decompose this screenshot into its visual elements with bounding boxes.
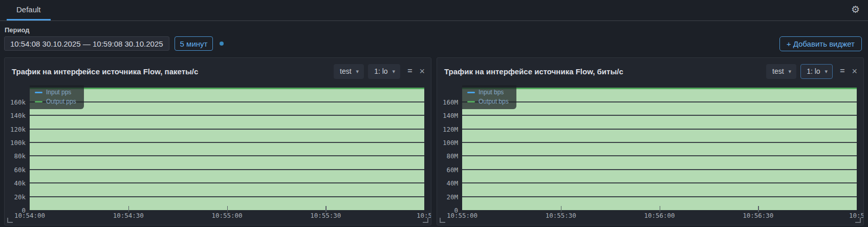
y-tick-label: 60M: [446, 166, 458, 173]
gear-icon[interactable]: ⚙: [851, 5, 860, 14]
date-range-input[interactable]: 10:54:08 30.10.2025 — 10:59:08 30.10.202…: [4, 36, 169, 51]
drag-handle-icon[interactable]: =: [840, 67, 844, 75]
close-icon[interactable]: ×: [852, 67, 857, 76]
period-controls-row: 10:54:08 30.10.2025 — 10:59:08 30.10.202…: [0, 36, 868, 51]
x-tick-label: 10:56:30: [743, 212, 773, 219]
legend-item[interactable]: Input bps: [467, 89, 509, 96]
y-tick-label: 40k: [14, 179, 26, 187]
x-tick-label: 10:55:00: [211, 212, 242, 219]
gridline: [462, 196, 857, 197]
source-dropdown[interactable]: test ▾: [334, 64, 364, 79]
legend-swatch: [35, 92, 42, 93]
y-tick-label: 100k: [10, 139, 26, 147]
y-tick-label: 20k: [14, 193, 26, 200]
legend-item[interactable]: Output pps: [35, 98, 76, 105]
gridline: [30, 129, 424, 130]
y-tick-label: 140M: [443, 112, 458, 119]
x-tick-mark: [758, 206, 759, 212]
source-dropdown[interactable]: test ▾: [766, 64, 796, 79]
gridline: [30, 169, 424, 170]
interface-dropdown[interactable]: 1: lo ▾: [800, 64, 833, 79]
y-tick-label: 40M: [446, 179, 458, 187]
y-tick-label: 140k: [10, 112, 26, 119]
gridline: [30, 115, 424, 116]
resize-handle-bottom-right[interactable]: [855, 218, 861, 223]
chart-legend: Input bpsOutput bps: [462, 85, 516, 109]
x-tick-label: 10:55:30: [310, 212, 341, 219]
quick-period-button[interactable]: 5 минут: [175, 36, 213, 51]
y-tick-label: 160k: [10, 98, 26, 106]
resize-handle-bottom-right[interactable]: [423, 218, 428, 223]
interface-dropdown[interactable]: 1: lo ▾: [368, 64, 400, 79]
gridline: [462, 101, 857, 102]
tab-default-label: Default: [16, 5, 41, 14]
widget-title: Трафик на интерфейсе источника Flow, пак…: [12, 67, 330, 76]
legend-swatch: [467, 92, 475, 93]
x-tick-label: 10:55:30: [546, 212, 576, 219]
y-tick-label: 120k: [10, 125, 26, 133]
tab-default[interactable]: Default: [7, 0, 51, 20]
legend-label: Output bps: [479, 98, 509, 105]
widget-title: Трафик на интерфейсе источника Flow, бит…: [444, 67, 762, 76]
tab-bar: Default ⚙: [0, 0, 868, 21]
x-tick-label: 10:55:00: [447, 212, 478, 219]
gridline: [462, 142, 857, 143]
y-tick-label: 160M: [443, 98, 458, 106]
resize-handle-bottom-left[interactable]: [440, 218, 445, 223]
chart-pps: Input ppsOutput pps 020k40k60k80k100k120…: [30, 85, 424, 210]
x-tick-mark: [660, 206, 661, 212]
legend-label: Output pps: [46, 98, 76, 105]
source-dropdown-value: test: [340, 67, 352, 75]
x-tick-label: 10:54:00: [14, 212, 45, 219]
gridline: [462, 129, 857, 130]
status-dot: [220, 42, 224, 46]
plot-area[interactable]: [462, 85, 857, 210]
chevron-down-icon: ▾: [789, 68, 792, 75]
add-widget-button[interactable]: + Добавить виджет: [779, 36, 862, 51]
plot-area[interactable]: [30, 85, 424, 210]
interface-dropdown-value: 1: lo: [374, 67, 387, 75]
gridline: [30, 196, 424, 197]
gridline: [462, 182, 857, 183]
legend-swatch: [467, 101, 475, 102]
x-tick-mark: [326, 206, 327, 212]
x-tick-label: 10:54:30: [113, 212, 144, 219]
legend-swatch: [35, 101, 42, 102]
legend-item[interactable]: Output bps: [467, 98, 509, 105]
gridline: [462, 169, 857, 170]
chart-legend: Input ppsOutput pps: [30, 85, 84, 109]
gridline: [30, 155, 424, 156]
area-fill: [462, 89, 857, 210]
legend-label: Input bps: [479, 89, 504, 96]
widget-header: Трафик на интерфейсе источника Flow, бит…: [437, 58, 863, 80]
legend-item[interactable]: Input pps: [35, 89, 76, 96]
resize-handle-bottom-left[interactable]: [7, 218, 13, 223]
x-tick-mark: [561, 206, 562, 212]
date-range-value: 10:54:08 30.10.2025 — 10:59:08 30.10.202…: [10, 39, 163, 48]
series-line-output-bps: [462, 88, 857, 89]
interface-dropdown-value: 1: lo: [807, 67, 820, 75]
chevron-down-icon: ▾: [393, 68, 396, 75]
gridline: [30, 182, 424, 183]
gridline: [462, 115, 857, 116]
legend-label: Input pps: [46, 89, 71, 96]
x-tick-mark: [227, 206, 228, 212]
y-tick-label: 100M: [443, 139, 458, 147]
x-tick-mark: [128, 206, 129, 212]
drag-handle-icon[interactable]: =: [407, 67, 412, 75]
y-tick-label: 20M: [446, 193, 458, 200]
widgets-row: Трафик на интерфейсе источника Flow, пак…: [0, 57, 868, 225]
y-tick-label: 60k: [14, 166, 26, 173]
source-dropdown-value: test: [772, 67, 784, 75]
y-tick-label: 80k: [14, 152, 26, 160]
close-icon[interactable]: ×: [419, 67, 425, 76]
widget-panel-pps: Трафик на интерфейсе источника Flow, пак…: [4, 57, 431, 225]
chevron-down-icon: ▾: [825, 68, 828, 75]
period-label: Период: [5, 26, 868, 34]
widget-panel-bps: Трафик на интерфейсе источника Flow, бит…: [437, 57, 864, 225]
widget-header: Трафик на интерфейсе источника Flow, пак…: [5, 58, 431, 80]
series-line-output-pps: [30, 88, 424, 89]
gridline: [462, 155, 857, 156]
chart-bps: Input bpsOutput bps 020M40M60M80M100M120…: [462, 85, 857, 210]
chevron-down-icon: ▾: [356, 68, 359, 75]
